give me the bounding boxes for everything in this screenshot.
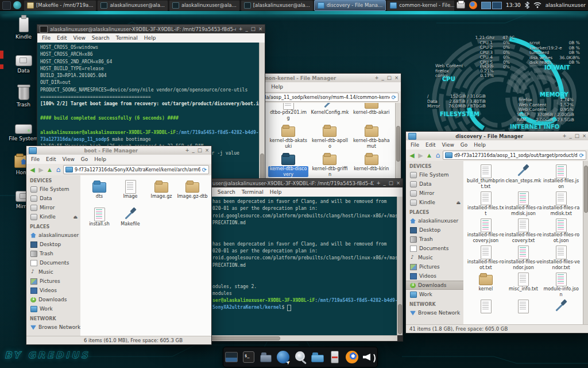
file-item[interactable]: installed-files-vendor.json (505, 246, 543, 270)
reload-icon[interactable]: ⟳ (202, 167, 207, 173)
desktop-icon[interactable]: Data (7, 49, 40, 74)
sidebar-item-device[interactable]: Data⏏ (26, 194, 80, 203)
menu-item[interactable]: View (74, 35, 86, 41)
sidebar-item-place[interactable]: Pictures (26, 277, 80, 286)
window-button[interactable]: _ (382, 74, 384, 82)
menu-item[interactable]: Search (218, 189, 235, 195)
sidebar-item-device[interactable]: File System⏏ (26, 185, 80, 194)
menu-item[interactable]: Edit (425, 142, 435, 148)
file-item[interactable]: dts (84, 180, 115, 200)
menu-item[interactable]: View (442, 142, 454, 148)
taskbar-button[interactable]: [alaskalinuxuser@ala... (241, 0, 314, 11)
sidebar-item-device[interactable]: Mirror⏏ (26, 203, 80, 212)
file-item[interactable]: KernelConfig.mk (309, 103, 350, 121)
window-button[interactable]: × (205, 147, 209, 154)
file-item[interactable]: installed-files-root.json (542, 218, 580, 243)
workspace-pager[interactable] (481, 2, 502, 9)
up-button[interactable]: ▲ (425, 151, 433, 159)
file-item[interactable]: Image (115, 180, 146, 200)
window-button[interactable]: + (374, 74, 378, 82)
clock[interactable]: 13:30 (506, 2, 521, 8)
menu-item[interactable]: File (31, 156, 40, 162)
scrollbar-thumb[interactable] (396, 126, 400, 162)
sidebar-item-place[interactable]: Music (26, 267, 80, 277)
scrollbar-vertical[interactable] (583, 161, 588, 325)
menu-item[interactable]: File (411, 142, 419, 148)
up-button[interactable]: ▲ (46, 166, 53, 174)
file-item[interactable]: installed-files-ramdisk.json (505, 191, 543, 216)
file-item[interactable]: installed-files-ramdisk.txt (542, 191, 580, 216)
menu-item[interactable]: Edit (46, 156, 56, 162)
file-item[interactable]: kernel (467, 273, 505, 297)
eject-icon[interactable]: ⏏ (456, 200, 461, 205)
dock-launcher-icon[interactable] (327, 350, 342, 365)
file-item[interactable]: Makefile (115, 208, 146, 227)
file-item[interactable]: kernel-dtb-discovery (268, 152, 309, 177)
window-button[interactable]: _ (192, 147, 195, 154)
sidebar-item-place[interactable]: Music (406, 253, 463, 262)
sidebar-item-place[interactable]: Pictures (406, 262, 463, 271)
window-button[interactable]: □ (387, 74, 392, 82)
file-item[interactable]: kernel-dtb-griffin (309, 152, 350, 177)
menu-item[interactable]: Go (461, 142, 467, 148)
window-button[interactable]: □ (251, 25, 256, 33)
window-button[interactable]: □ (198, 147, 202, 154)
menu-item[interactable]: Help (474, 142, 486, 148)
dock-launcher-icon[interactable] (345, 350, 359, 365)
window-button[interactable]: × (582, 132, 586, 140)
sidebar-item-place[interactable]: Documents (26, 258, 80, 267)
sidebar-item-network[interactable]: Browse Network (26, 323, 80, 332)
back-button[interactable]: ◀ (408, 151, 416, 159)
menu-item[interactable]: Help (271, 84, 283, 90)
window-button[interactable]: _ (384, 179, 386, 187)
sidebar-item-place[interactable]: Downloads (26, 295, 80, 304)
file-item[interactable]: installed-files-root.txt (467, 246, 505, 270)
scrollbar-vertical[interactable] (397, 197, 403, 335)
home-button[interactable]: ⌂ (55, 166, 62, 174)
path-field[interactable]: 9-f73a127316da/SonyXA2ultraKernel/kernel… (63, 165, 209, 174)
sidebar-item-place[interactable]: Videos (406, 271, 463, 281)
file-item[interactable]: Image.gz-dtb (177, 180, 208, 200)
menu-item[interactable]: View (63, 156, 75, 162)
window-button[interactable]: × (394, 74, 399, 82)
file-item[interactable]: kernel-dtb-akari (351, 103, 392, 121)
sidebar-item-place[interactable]: Work (406, 290, 463, 299)
menu-item[interactable]: Help (270, 189, 282, 195)
file-item[interactable]: kernel-dtb-apollo (309, 124, 350, 149)
file-item[interactable]: module-info.json (542, 273, 580, 297)
sidebar-item-place[interactable]: Desktop (406, 225, 463, 235)
menu-item[interactable]: Go (81, 156, 88, 162)
sidebar-item-place[interactable]: Downloads (406, 281, 463, 290)
file-item[interactable] (542, 300, 580, 313)
eject-icon[interactable]: ⏏ (73, 214, 78, 220)
file-item[interactable]: install.sh (84, 208, 115, 227)
logged-in-user[interactable]: alaskalinuxuser (546, 2, 586, 8)
reload-icon[interactable]: ⟳ (579, 152, 584, 159)
file-item[interactable] (467, 300, 505, 313)
menu-item[interactable]: File (42, 35, 51, 41)
taskbar-button[interactable]: alaskalinuxuser@ala... (97, 0, 168, 11)
sidebar-item-place[interactable]: Documents (406, 244, 463, 253)
sidebar-item-place[interactable]: Trash (26, 249, 80, 258)
desktop-icon[interactable]: Trash (7, 83, 40, 108)
sidebar-item-place[interactable]: Work (26, 304, 80, 313)
menu-item[interactable]: Terminal (242, 189, 264, 195)
dock-launcher-icon[interactable] (362, 350, 377, 365)
wifi-icon[interactable] (533, 2, 541, 8)
scrollbar-vertical[interactable] (259, 43, 265, 183)
dock-launcher-icon[interactable] (310, 350, 325, 365)
bluetooth-icon[interactable] (525, 2, 529, 9)
sidebar-item-place[interactable]: Desktop (26, 240, 80, 249)
window-button[interactable]: + (185, 147, 189, 154)
sidebar-item-device[interactable]: Mirror⏏ (406, 189, 463, 198)
window-button[interactable]: _ (246, 25, 248, 33)
scrollbar-thumb[interactable] (398, 304, 402, 334)
file-item[interactable]: installed-files-recovery.txt (505, 218, 543, 243)
back-button[interactable]: ◀ (29, 166, 36, 174)
window-button[interactable]: × (396, 179, 400, 187)
scrollbar-thumb[interactable] (584, 166, 588, 213)
menu-item[interactable]: Terminal (116, 35, 138, 41)
file-item[interactable]: installed-files.json (542, 164, 580, 189)
reload-icon[interactable]: ⟳ (392, 94, 396, 101)
file-item[interactable]: clean_steps.mk (505, 164, 543, 189)
